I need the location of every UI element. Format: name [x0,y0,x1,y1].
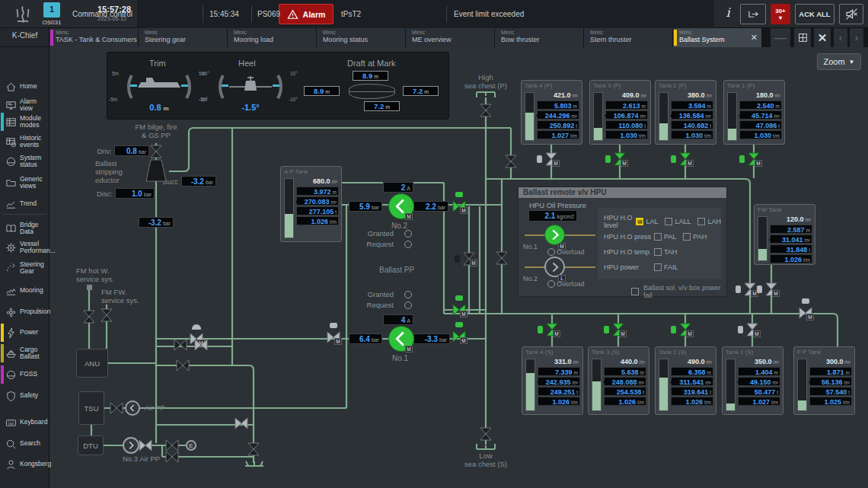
pump2-discharge-valve[interactable]: M [452,199,467,214]
tank-4p-valve[interactable]: M [544,152,559,167]
air-pp-pump[interactable] [125,400,140,416]
fp-inlet-valve[interactable]: M [798,305,813,321]
request-radio[interactable] [404,301,412,309]
mute-button[interactable] [839,4,863,24]
no3-line-1-valve[interactable] [138,438,153,453]
tab-steering-gear[interactable]: MimicSteering gear [139,28,227,47]
high-sea-chest-valve[interactable] [478,103,493,118]
station-number-box[interactable]: 1 [43,2,60,18]
sidebar-item-steering-gear[interactable]: Steering Gear [0,258,49,278]
sidebar-item-search[interactable]: Search [0,434,49,454]
tank-1s-valve[interactable]: M [745,322,760,337]
pump1-suction-valve[interactable]: M [326,330,341,345]
fw-outlet-2-valve[interactable]: M [764,282,779,297]
tank-4s-valve[interactable]: M [544,322,560,337]
eductor-shape[interactable] [145,159,167,182]
sidebar-item-generic-views[interactable]: Generic views [0,173,49,193]
tab-mooring-status[interactable]: MimicMooring status [317,28,405,47]
tank-1p-valve[interactable]: M [746,152,761,167]
no3-line-3-valve[interactable] [164,449,180,464]
alarm-button[interactable]: Alarm [279,4,333,24]
tank-f-p-tank[interactable]: F P Tank300.0m³1.871m56.136m³57.540t1.02… [793,346,855,415]
anu-line-3-valve[interactable] [175,358,190,373]
sidebar-item-home[interactable]: Home [0,77,49,97]
tsu-box[interactable]: TSU [78,391,104,425]
crossover-1-valve[interactable]: M [461,251,477,266]
sidebar-item-module-modes[interactable]: Module modes [0,112,49,132]
sidebar-item-historic-events[interactable]: Historic events [0,132,49,152]
tank-tank-2-s[interactable]: Tank 2 (S)490.0m³6.358m311.541m³319.641t… [655,346,716,415]
no3-air-pp-pump[interactable] [123,437,139,454]
low-sea-chest-valve[interactable] [478,426,493,442]
sidebar-item-trend[interactable]: Trend [0,194,49,214]
tab-bow-thruster[interactable]: MimicBow thruster [495,28,583,47]
request-radio[interactable] [404,241,412,248]
next-tab-button[interactable]: › [850,28,863,47]
sea-chest-branch-valve[interactable] [503,154,519,169]
login-button[interactable] [740,4,766,24]
fm-fw-valve[interactable] [99,308,114,323]
anu-line-2-valve[interactable] [193,337,209,352]
sidebar-item-system-status[interactable]: System status [0,152,49,171]
sidebar-item-bridge-data[interactable]: Bridge Data [0,218,49,238]
tab-blank-button[interactable]: — [771,28,790,47]
alarm-checkbox[interactable] [654,248,662,256]
hpu-panel-title[interactable]: Ballast remote v/v HPU [519,187,726,198]
tank-tank-3-s[interactable]: Tank 3 (S)440.0m³5.638m248.088m³254.538t… [588,346,649,415]
close-all-button[interactable]: ✕ [814,28,831,47]
prev-tab-button[interactable]: ‹ [834,28,847,47]
tab-task-tank-consumers[interactable]: MimicTASK - Tank & Consumers [49,28,138,47]
ack-all-button[interactable]: ACK ALL [795,4,834,24]
tank-tank-4-s[interactable]: Tank 4 (S)331.0m³7.339m242.935m³249.251t… [522,346,583,415]
power-fail-checkbox[interactable] [631,288,639,295]
tab-stern-thruster[interactable]: MimicStern thruster [584,28,672,47]
info-icon[interactable]: i [720,5,736,20]
pump1-discharge-valve[interactable]: M [452,329,467,344]
overboard-branch-valve[interactable] [234,416,249,431]
alarm-checkbox[interactable] [654,233,662,241]
sidebar-item-fgss[interactable]: FGSS [0,365,49,384]
tank-3s-valve[interactable]: M [611,322,626,337]
fw-outlet-1-valve[interactable]: M [742,282,758,297]
warning-checkbox[interactable]: W [636,218,643,225]
tank-fw-tank[interactable]: FW Tank120.0m³2.587m31.041m³31.848t1.026… [754,204,815,265]
unacknowledged-alarms-badge[interactable]: 30+▾ [771,4,790,24]
alarm-checkbox[interactable] [683,233,691,241]
dtu-box[interactable]: DTU [78,435,104,455]
sidebar-item-kongsberg[interactable]: Kongsberg [0,455,49,474]
tile-windows-button[interactable] [794,28,811,47]
sidebar-item-safety[interactable]: Safety [0,386,49,406]
tank-2p-valve[interactable]: M [678,152,693,167]
fm-hot-valve[interactable] [81,309,97,324]
tank-tank-1-s[interactable]: Tank 1 (S)350.0m³1.404m49.150m³50.477t1.… [722,346,783,415]
tank-tank-3-p[interactable]: Tank 3 (P)409.0m³2.613m106.874m³110.080t… [589,80,651,145]
sidebar-item-mooring[interactable]: Mooring [0,281,49,301]
tab-me-overview[interactable]: MimicME overview [406,28,494,47]
sidebar-item-cargo-ballast[interactable]: Cargo Ballast [0,343,49,363]
tank-3p-valve[interactable]: M [612,152,627,167]
zoom-dropdown[interactable]: Zoom▼ [817,53,861,70]
sidebar-item-keyboard[interactable]: Keyboard [0,413,49,432]
overboard-valve[interactable] [246,442,261,457]
tank-a-p-tank[interactable]: A P Tank680.0m³3.972m270.083m³277.105t1.… [280,166,342,242]
tank-2s-valve[interactable]: M [678,322,693,337]
alarm-checkbox[interactable] [665,218,672,225]
pump1-branch-valve[interactable]: M [452,302,467,317]
hpu-pump-2[interactable] [544,257,565,277]
anu-line-1-valve[interactable] [173,337,188,352]
crossover-2-valve[interactable] [494,250,509,266]
granted-radio[interactable] [404,291,412,298]
anu-box[interactable]: ANU [76,349,108,378]
sidebar-item-propulsion[interactable]: Propulsion [0,302,49,322]
tab-mooring-load[interactable]: MimicMooring load [228,28,316,47]
eductor-drive-valve[interactable] [148,144,164,159]
tank-tank-4-p[interactable]: Tank 4 (P)421.0m³5.803m244.296m³250.892t… [521,80,582,145]
hpu-pump1-overload-radio[interactable] [547,248,555,256]
tank-tank-2-p[interactable]: Tank 2 (P)380.0m³3.594m136.584m³140.682t… [655,80,716,145]
granted-radio[interactable] [404,230,412,238]
alarm-checkbox[interactable] [697,218,705,225]
hpu-pump2-overload-radio[interactable] [547,280,555,288]
hpu-pump-1[interactable] [544,225,565,245]
tab-ballast-system[interactable]: MimicBallast System✕ [673,28,761,47]
tank-tank-1-p[interactable]: Tank 1 (P)180.0m³2.540m45.714m³47.086t1.… [723,80,785,145]
